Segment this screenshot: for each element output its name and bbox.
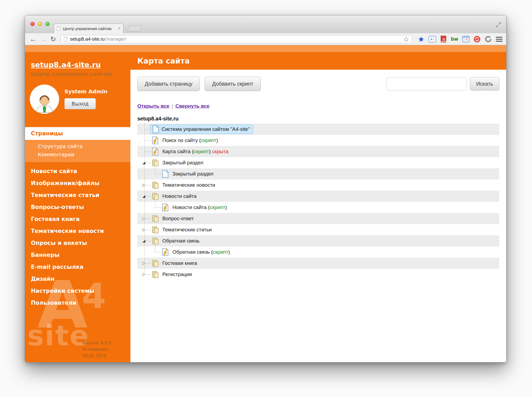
forward-icon[interactable]: → xyxy=(39,36,47,43)
script-badge: скрипт xyxy=(201,137,216,143)
back-icon[interactable]: ← xyxy=(29,36,37,43)
tree-collapse-toggle-icon[interactable] xyxy=(142,194,146,198)
expand-all-link[interactable]: Открыть все xyxy=(137,103,169,109)
tree-item-label: Система управления сайтом "A4-site" xyxy=(162,126,250,132)
window-titlebar: Центр управления сайтом × xyxy=(25,15,506,33)
page-icon xyxy=(64,37,68,42)
actions-row: Добавить страницу Добавить скрипт Искать xyxy=(137,77,499,91)
sidebar-subitem[interactable]: Структура сайта xyxy=(25,142,130,151)
sidebar-item[interactable]: Вопросы-ответы xyxy=(25,201,130,213)
tree-expand-toggle-icon[interactable] xyxy=(142,183,145,187)
sidebar-menu: СтраницыСтруктура сайтаКомментарииНовост… xyxy=(25,127,130,309)
tree-row[interactable]: Обратная связь (скрипт) xyxy=(137,246,499,258)
search-input[interactable] xyxy=(386,77,467,90)
sidebar-item[interactable]: Гостевая книга xyxy=(25,213,130,225)
tab-title: Центр управления сайтом xyxy=(63,26,112,31)
add-script-button[interactable]: Добавить скрипт xyxy=(205,77,261,91)
fullscreen-toggle-icon[interactable] xyxy=(495,21,502,29)
links-separator: | xyxy=(172,103,173,109)
svg-text:A: A xyxy=(442,37,446,41)
script-icon xyxy=(162,248,169,256)
tree-row[interactable]: Обратная связь xyxy=(137,235,499,246)
tree-row[interactable]: Карта сайта (скрипт) скрыта xyxy=(137,146,499,157)
tree-row[interactable]: Гостевая книга xyxy=(137,258,499,269)
tree-row[interactable]: Новости сайта xyxy=(137,191,499,202)
tree-collapse-toggle-icon[interactable] xyxy=(142,161,146,165)
bookmark-star-icon[interactable] xyxy=(403,36,409,42)
reload-icon[interactable]: ↻ xyxy=(49,36,57,43)
tree-item-label: Обратная связь (скрипт) xyxy=(172,249,230,255)
sidebar-subtitle: Центр управления сайтом xyxy=(31,71,130,77)
tree-expand-toggle-icon[interactable] xyxy=(142,217,145,221)
tree-row[interactable]: Тематические новости xyxy=(137,179,499,191)
red-book-extension-icon[interactable]: A xyxy=(440,35,447,43)
sync-circle-extension-icon[interactable] xyxy=(473,36,481,43)
tab-close-icon[interactable]: × xyxy=(118,26,121,31)
url-path: /manager/ xyxy=(105,36,126,42)
page-icon xyxy=(162,170,169,178)
sidebar-subitem[interactable]: Комментарии xyxy=(25,151,130,159)
address-bar[interactable]: setup8.a4-site.ru /manager/ xyxy=(61,35,412,43)
tree-row[interactable]: Закрытый раздел xyxy=(137,168,499,179)
sidebar-item[interactable]: Тематические статьи xyxy=(25,189,130,201)
installed-line: Установлен: 26.01.2014 xyxy=(83,346,130,359)
folder-icon xyxy=(152,237,159,245)
tree-row[interactable]: Поиск по сайту (скрипт) xyxy=(137,135,499,146)
collapse-all-link[interactable]: Свернуть все xyxy=(175,103,209,109)
tree-expand-toggle-icon[interactable] xyxy=(142,228,145,232)
tree-row[interactable]: Тематические статьи xyxy=(137,224,499,235)
tree-row[interactable]: Вопрос-ответ xyxy=(137,213,499,224)
tree-collapse-toggle-icon[interactable] xyxy=(142,239,146,243)
window-gauge-extension-icon[interactable] xyxy=(462,36,469,43)
sidebar-item[interactable]: Изображения/файлы xyxy=(25,177,130,189)
script-badge: скрипт xyxy=(210,204,225,210)
browser-tab[interactable]: Центр управления сайтом × xyxy=(54,23,123,33)
main-header: Карта сайта xyxy=(130,52,506,70)
window-arrows-extension-icon[interactable] xyxy=(428,36,436,43)
logo-word-site: site xyxy=(27,322,89,350)
hidden-badge: скрыта xyxy=(212,149,228,154)
menu-hamburger-icon[interactable] xyxy=(496,36,502,42)
minimize-window-button[interactable] xyxy=(38,22,42,26)
sidebar-item[interactable]: Опросы и анкеты xyxy=(25,237,130,249)
page: setup8.a4-site.ru Центр управления сайто… xyxy=(25,45,506,362)
sidebar-item[interactable]: Пользователи xyxy=(25,297,130,309)
traffic-lights xyxy=(30,22,50,26)
extension-icons: A bw xyxy=(418,35,502,43)
close-window-button[interactable] xyxy=(30,22,35,26)
tree-row[interactable]: Регистрация xyxy=(137,269,499,280)
blue-star-extension-icon[interactable] xyxy=(418,36,424,43)
tree-item-label: Поиск по сайту (скрипт) xyxy=(162,137,218,143)
logout-button[interactable]: Выход xyxy=(64,98,96,109)
sidebar-item[interactable]: Баннеры xyxy=(25,249,130,261)
folder-icon xyxy=(152,181,159,189)
tree-expand-toggle-icon[interactable] xyxy=(142,273,145,277)
tree-item-label: Закрытый раздел xyxy=(162,160,203,166)
tree-row[interactable]: Система управления сайтом "A4-site" xyxy=(137,124,499,135)
add-page-button[interactable]: Добавить страницу xyxy=(137,77,200,91)
page-title: Карта сайта xyxy=(137,57,190,65)
folder-icon xyxy=(152,226,159,234)
sidebar-item[interactable]: Настройки системы xyxy=(25,285,130,297)
script-icon xyxy=(152,136,159,144)
site-title-link[interactable]: setup8.a4-site.ru xyxy=(31,61,101,69)
bw-extension-icon[interactable]: bw xyxy=(451,36,458,42)
selected-tree-item: Система управления сайтом "A4-site" xyxy=(150,124,253,134)
new-tab-button[interactable] xyxy=(127,25,143,31)
sidebar-item[interactable]: Новости сайта xyxy=(25,165,130,177)
user-name: System Admin xyxy=(64,88,108,95)
tree-row[interactable]: Закрытый раздел xyxy=(137,157,499,168)
tree-item-label: Гостевая книга xyxy=(162,260,197,266)
sidebar-item[interactable]: Дизайн xyxy=(25,273,130,285)
tree-row[interactable]: Новости сайта (скрипт) xyxy=(137,202,499,213)
gray-ring-extension-icon[interactable] xyxy=(485,36,492,43)
tree-item-label: Тематические новости xyxy=(162,182,215,188)
sidebar-item[interactable]: E-mail рассылка xyxy=(25,261,130,273)
tree-expand-toggle-icon[interactable] xyxy=(142,261,145,265)
zoom-window-button[interactable] xyxy=(45,22,50,26)
sidebar-item[interactable]: Страницы xyxy=(25,127,130,140)
avatar xyxy=(30,85,59,114)
search-button[interactable]: Искать xyxy=(470,77,499,90)
sidebar-item[interactable]: Тематические новости xyxy=(25,225,130,237)
tree-item-label: Вопрос-ответ xyxy=(162,216,194,222)
